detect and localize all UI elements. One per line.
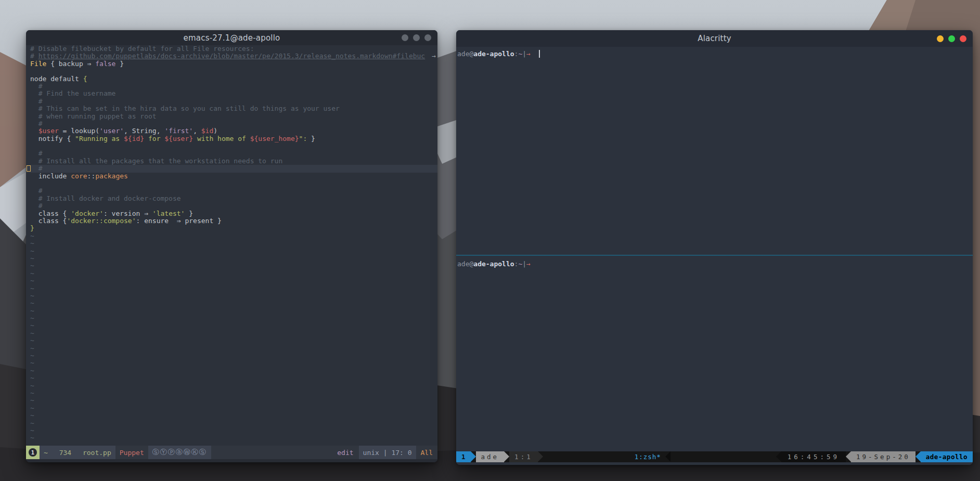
powerline-separator-icon (846, 451, 851, 462)
code-token: 'docker::compose' (67, 217, 136, 225)
code-token: # (30, 149, 42, 157)
alacritty-window: Alacritty ade@ade-apollo:~|→ ade@ade-apo… (456, 30, 973, 465)
window-control-maximize[interactable] (948, 35, 955, 42)
fringe-tilde: ~ (30, 397, 437, 404)
prompt-pipe: | (522, 260, 526, 268)
code-token: : version ⇒ (104, 210, 152, 217)
code-line: File { backup ⇒ false } (30, 60, 437, 68)
fringe-tilde: ~ (30, 337, 437, 344)
code-line: $user = lookup('user', String, 'first', … (30, 127, 437, 135)
fringe-tilde: ~ (30, 232, 437, 240)
code-line (30, 68, 437, 75)
prompt-host: ade-apollo (473, 260, 514, 268)
buffer-name: root.pp (83, 449, 111, 457)
code-token: ${user_home} (250, 135, 299, 142)
fringe-tilde: ~ (30, 345, 437, 352)
code-token: ": (299, 135, 307, 142)
code-line: class {'docker::compose': ensure ⇒ prese… (30, 217, 437, 225)
tmux-date: 19-Sep-20 (851, 451, 915, 462)
fringe-tilde: ~ (30, 389, 437, 397)
code-line: # (30, 187, 437, 194)
prompt-user: ade (457, 50, 469, 58)
code-line: # (30, 120, 437, 127)
prompt-host: ade-apollo (473, 50, 514, 58)
powerline-separator-icon (776, 451, 781, 462)
major-mode[interactable]: Puppet (115, 446, 148, 459)
code-token: notify { (30, 135, 75, 142)
code-line: # Install all the packages that the work… (30, 158, 437, 165)
fringe-tilde: ~ (30, 412, 437, 419)
tmux-user: ade (476, 451, 505, 462)
terminal-cursor (539, 50, 540, 58)
powerline-separator-icon (915, 451, 921, 462)
shell-prompt: ade@ade-apollo:~|→ (457, 260, 973, 268)
prompt-user: ade (457, 260, 469, 268)
fringe-tilde: ~ (30, 270, 437, 277)
emacs-titlebar[interactable]: emacs-27.1@ade-apollo (26, 30, 437, 45)
code-token: File (30, 60, 46, 68)
scroll-position: All (416, 446, 437, 459)
emacs-cursor (27, 165, 31, 172)
tmux-pane-bottom[interactable]: ade@ade-apollo:~|→ (456, 256, 973, 268)
code-token: core (71, 172, 87, 180)
code-token: # (30, 164, 42, 172)
window-control-close[interactable] (960, 35, 966, 42)
code-token (30, 127, 38, 135)
buffer-state: ~ (44, 449, 48, 457)
url-link[interactable]: https://github.com/puppetlabs/docs-archi… (38, 52, 425, 60)
editor-state: edit (332, 446, 358, 459)
code-token: with home of (193, 135, 250, 142)
fringe-tilde: ~ (30, 315, 437, 322)
tmux-status-bar: 1 ade 1:1 1:zsh* 16:45:59 19-Sep-20 ade-… (456, 451, 973, 462)
fringe-tilde: ~ (30, 405, 437, 412)
code-line (30, 180, 437, 187)
code-token: false (95, 60, 115, 68)
tmux-window-active[interactable]: 1:zsh* (630, 451, 665, 462)
code-token: class { (30, 210, 71, 217)
fringe-tilde: ~ (30, 307, 437, 315)
terminal-area[interactable]: ade@ade-apollo:~|→ ade@ade-apollo:~|→ (456, 47, 973, 451)
encoding-position: unix | 17: 0 (359, 446, 416, 459)
code-line: # Find the username (30, 90, 437, 97)
code-token: # (30, 97, 42, 105)
code-token: include (30, 172, 71, 180)
fringe-tilde: ~ (30, 420, 437, 427)
fringe-tilde: ~ (30, 330, 437, 337)
code-line: # Disable filebucket by default for all … (30, 45, 437, 53)
tmux-pane-top[interactable]: ade@ade-apollo:~|→ (456, 47, 973, 255)
window-control-minimize[interactable] (402, 34, 408, 41)
code-token: 'latest' (152, 210, 185, 217)
code-token: # Disable filebucket by default for all … (30, 45, 254, 53)
code-token: } (307, 135, 315, 142)
code-token: class { (30, 217, 67, 225)
code-line: } (30, 225, 437, 232)
code-token: # (30, 120, 42, 127)
alacritty-window-controls (937, 30, 966, 47)
window-control-close[interactable] (424, 34, 431, 41)
buffer-info: ~ 734 root.pp (40, 446, 115, 459)
window-control-minimize[interactable] (937, 35, 944, 42)
code-token: # when running puppet as root (30, 112, 157, 120)
fringe-tilde: ~ (30, 292, 437, 300)
code-token: # (30, 187, 42, 194)
code-token: = lookup( (59, 127, 99, 135)
window-control-maximize[interactable] (413, 34, 420, 41)
alacritty-titlebar[interactable]: Alacritty (456, 30, 973, 47)
powerline-separator-icon (504, 451, 509, 462)
emacs-buffer[interactable]: # Disable filebucket by default for all … (26, 45, 437, 446)
tmux-session-number[interactable]: 1 (456, 451, 471, 462)
tmux-clock: 16:45:59 (781, 451, 846, 462)
code-token: 'first' (164, 127, 193, 135)
window-number-icon: 1 (29, 448, 37, 457)
code-token: node default (30, 75, 83, 83)
fringe-tilde: ~ (30, 255, 437, 262)
code-line: node default { (30, 75, 437, 83)
emacs-window-controls (402, 30, 431, 45)
truncation-arrow-icon: → (432, 53, 436, 60)
fringe-tilde: ~ (30, 382, 437, 389)
fringe-tilde: ~ (30, 240, 437, 247)
prompt-pipe: | (522, 50, 526, 58)
buffer-size: 734 (59, 449, 71, 457)
fringe-tilde: ~ (30, 277, 437, 284)
fringe-tilde: ~ (30, 248, 437, 255)
